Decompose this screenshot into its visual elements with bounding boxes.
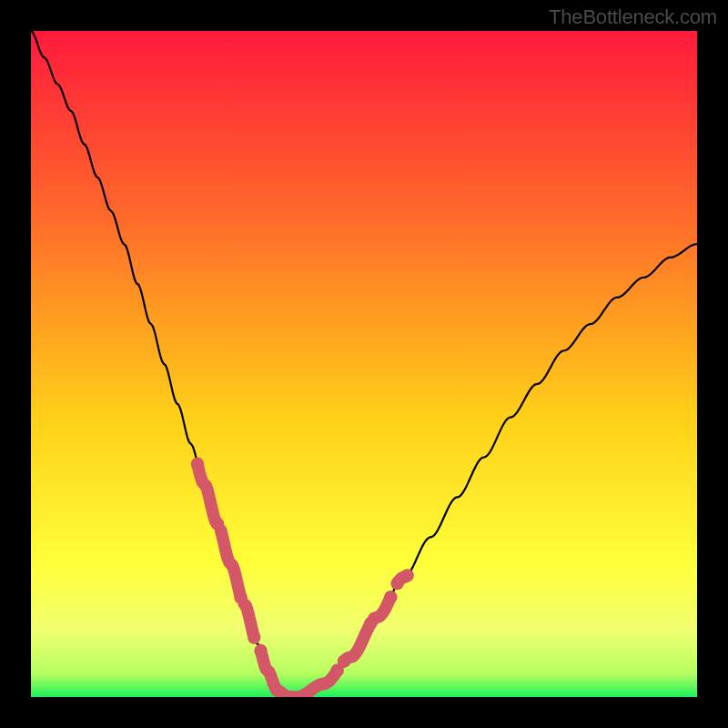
curve-highlight-dot (400, 569, 413, 581)
curve-highlight-dot (234, 592, 247, 604)
curve-highlight-segment (221, 531, 241, 598)
curve-highlight-group (197, 464, 408, 697)
attribution-text: TheBottleneck.com (549, 5, 717, 29)
curve-highlight-dot (368, 612, 380, 625)
curve-highlight-dot (248, 631, 260, 643)
bottleneck-curve (31, 31, 697, 697)
curve-line (31, 31, 697, 697)
curve-highlight-dot (318, 677, 330, 690)
curve-highlight-dot (211, 518, 224, 531)
curve-dot-group (191, 458, 414, 697)
curve-highlight-dot (191, 458, 204, 470)
curve-highlight-dot (254, 644, 267, 657)
plot-area (31, 31, 697, 697)
chart-frame: TheBottleneck.com (0, 0, 728, 728)
curve-highlight-segment (344, 623, 370, 662)
curve-highlight-dot (384, 591, 397, 603)
curve-highlight-dot (338, 655, 350, 668)
curve-highlight-segment (197, 464, 217, 524)
